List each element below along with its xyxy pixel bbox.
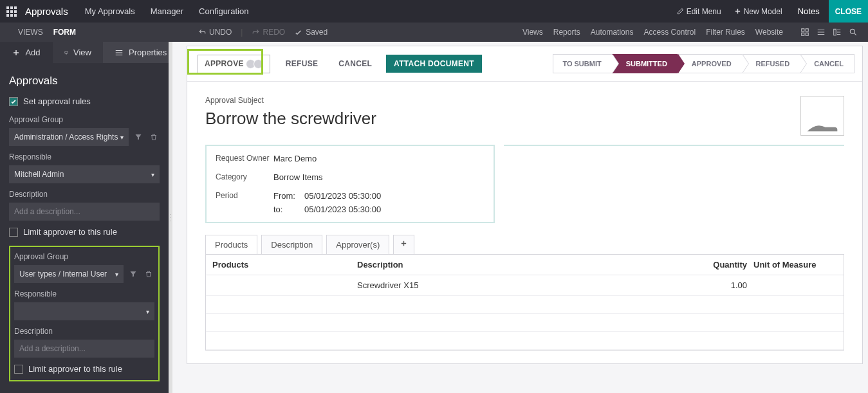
approval-group-value-2: User types / Internal User bbox=[19, 270, 107, 279]
approve-button[interactable]: APPROVE bbox=[198, 55, 270, 73]
step-submitted[interactable]: SUBMITTED bbox=[612, 54, 678, 73]
plus-icon bbox=[12, 49, 20, 57]
undo-icon bbox=[198, 28, 207, 37]
trash-icon[interactable] bbox=[143, 268, 154, 280]
table-row[interactable]: Screwdriver X15 1.00 bbox=[206, 275, 844, 296]
edit-menu-label: Edit Menu bbox=[687, 7, 721, 16]
svg-rect-1 bbox=[806, 29, 808, 32]
link-views[interactable]: Views bbox=[522, 28, 543, 37]
owner-label: Request Owner bbox=[216, 154, 273, 163]
new-model-link[interactable]: New Model bbox=[728, 7, 789, 16]
undo-button[interactable]: UNDO bbox=[198, 28, 232, 37]
notes-link[interactable]: Notes bbox=[789, 6, 829, 16]
description-input[interactable] bbox=[9, 203, 160, 221]
th-quantity: Quantity bbox=[696, 260, 747, 270]
redo-button[interactable]: REDO bbox=[252, 28, 285, 37]
table-row[interactable] bbox=[206, 314, 844, 332]
products-table: Products Description Quantity Unit of Me… bbox=[205, 254, 844, 351]
search-icon[interactable] bbox=[848, 28, 858, 37]
svg-rect-0 bbox=[801, 29, 804, 32]
limit-label: Limit approver to this rule bbox=[23, 227, 117, 237]
description-input-2[interactable] bbox=[14, 340, 154, 358]
tab-properties[interactable]: Properties bbox=[103, 42, 169, 63]
responsible-label-2: Responsible bbox=[14, 289, 154, 298]
nav-my-approvals[interactable]: My Approvals bbox=[77, 0, 143, 23]
svg-rect-6 bbox=[65, 51, 68, 53]
subject-label: Approval Subject bbox=[205, 96, 376, 105]
approval-group-label: Approval Group bbox=[9, 115, 160, 124]
chevron-down-icon: ▾ bbox=[146, 308, 149, 315]
edit-menu-link[interactable]: Edit Menu bbox=[670, 7, 728, 16]
period-to-value: 05/01/2023 05:30:00 bbox=[304, 205, 381, 214]
table-row[interactable] bbox=[206, 296, 844, 314]
tab-description[interactable]: Description bbox=[261, 235, 322, 254]
nav-configuration[interactable]: Configuration bbox=[191, 0, 256, 23]
apps-icon[interactable] bbox=[0, 0, 23, 23]
responsible-select-2[interactable]: ▾ bbox=[14, 302, 154, 320]
nav-manager[interactable]: Manager bbox=[143, 0, 191, 23]
tab-add[interactable] bbox=[393, 235, 414, 254]
main: Add View Properties Approvals Set approv… bbox=[0, 42, 868, 393]
close-button[interactable]: CLOSE bbox=[829, 0, 868, 23]
link-website[interactable]: Website bbox=[755, 28, 783, 37]
limit-row-2[interactable]: Limit approver to this rule bbox=[14, 364, 154, 374]
hand-icon bbox=[804, 116, 840, 135]
form-label: FORM bbox=[53, 28, 76, 37]
set-rules-row[interactable]: Set approval rules bbox=[9, 96, 160, 106]
tab-properties-label: Properties bbox=[129, 48, 167, 57]
responsible-select[interactable]: Mitchell Admin ▾ bbox=[9, 165, 160, 183]
link-automations[interactable]: Automations bbox=[591, 28, 634, 37]
approver-avatars bbox=[248, 59, 263, 69]
step-cancel[interactable]: CANCEL bbox=[800, 54, 854, 73]
view-kanban-icon[interactable] bbox=[800, 28, 809, 37]
divider bbox=[187, 81, 862, 82]
redo-icon bbox=[252, 28, 260, 37]
link-filter-rules[interactable]: Filter Rules bbox=[706, 28, 745, 37]
filter-icon[interactable] bbox=[133, 131, 144, 143]
checkbox-unchecked-icon[interactable] bbox=[14, 365, 23, 374]
link-reports[interactable]: Reports bbox=[553, 28, 580, 37]
filter-icon[interactable] bbox=[127, 268, 139, 280]
top-nav: My Approvals Manager Configuration bbox=[77, 0, 257, 23]
approval-group-select[interactable]: Administration / Access Rights ▾ bbox=[9, 128, 129, 146]
tab-approvers[interactable]: Approver(s) bbox=[326, 235, 389, 254]
refuse-button[interactable]: REFUSE bbox=[279, 55, 324, 72]
svg-rect-4 bbox=[833, 29, 836, 35]
saved-label: Saved bbox=[306, 28, 328, 37]
checkbox-checked-icon[interactable] bbox=[9, 97, 18, 106]
sidebar-title: Approvals bbox=[9, 75, 160, 87]
checkbox-unchecked-icon[interactable] bbox=[9, 228, 18, 237]
tab-products[interactable]: Products bbox=[205, 235, 257, 254]
step-refused[interactable]: REFUSED bbox=[742, 54, 800, 73]
trash-icon[interactable] bbox=[148, 131, 160, 143]
details-empty bbox=[504, 145, 844, 151]
form-card: APPROVE REFUSE CANCEL ATTACH DOCUMENT TO… bbox=[187, 46, 863, 364]
step-approved[interactable]: APPROVED bbox=[678, 54, 742, 73]
tab-add-label: Add bbox=[25, 48, 40, 57]
svg-rect-3 bbox=[806, 33, 808, 35]
step-to-submit[interactable]: TO SUBMIT bbox=[553, 54, 611, 73]
tab-view-label: View bbox=[73, 48, 91, 57]
view-form-icon[interactable] bbox=[832, 28, 842, 37]
approval-group-select-2[interactable]: User types / Internal User ▾ bbox=[14, 265, 124, 283]
set-rules-label: Set approval rules bbox=[23, 96, 91, 106]
tab-add[interactable]: Add bbox=[0, 42, 53, 63]
cancel-button[interactable]: CANCEL bbox=[332, 55, 378, 72]
saved-indicator: Saved bbox=[294, 28, 328, 37]
link-access-control[interactable]: Access Control bbox=[643, 28, 696, 37]
undo-label: UNDO bbox=[209, 28, 232, 37]
details-box: Request Owner Marc Demo Category Borrow … bbox=[205, 145, 495, 223]
topbar-right: Edit Menu New Model Notes CLOSE bbox=[670, 0, 868, 23]
attach-document-button[interactable]: ATTACH DOCUMENT bbox=[386, 55, 482, 73]
table-row[interactable] bbox=[206, 332, 844, 350]
topbar: Approvals My Approvals Manager Configura… bbox=[0, 0, 868, 23]
content: APPROVE REFUSE CANCEL ATTACH DOCUMENT TO… bbox=[172, 42, 868, 393]
limit-row[interactable]: Limit approver to this rule bbox=[9, 227, 160, 237]
list-icon bbox=[115, 48, 124, 57]
tab-view[interactable]: View bbox=[53, 42, 103, 63]
responsible-label: Responsible bbox=[9, 152, 160, 161]
responsible-value: Mitchell Admin bbox=[14, 170, 64, 179]
approval-group-value: Administration / Access Rights bbox=[14, 133, 118, 142]
view-list-icon[interactable] bbox=[816, 28, 826, 37]
placeholder-image bbox=[800, 96, 844, 136]
